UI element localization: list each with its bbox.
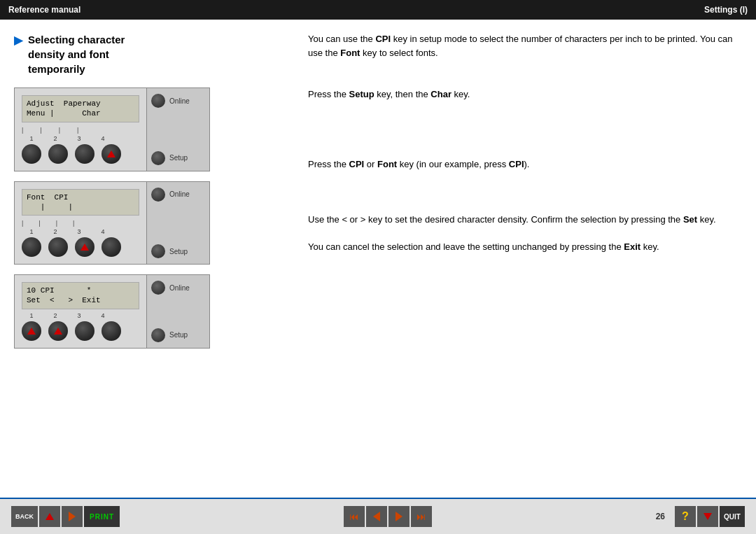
panel-1-btn4[interactable] — [102, 144, 121, 164]
footer-right: 26 ? QUIT — [656, 506, 745, 527]
panel-2-btn4[interactable] — [102, 237, 121, 257]
panel-1-line2: Menu | Char — [27, 108, 134, 118]
panel-2-screen: Font CPI | | — [22, 189, 139, 216]
right-column: You can use the CPI key in setup mode to… — [308, 32, 742, 491]
panel-2-online-label: Online — [169, 190, 190, 198]
panel-1-setup: Setup — [151, 151, 205, 165]
section-arrow-icon: ▶ — [14, 34, 22, 47]
panel-2-btn3[interactable] — [75, 237, 94, 257]
panel-3-btn2[interactable] — [48, 321, 68, 341]
panel-2-buttons — [19, 237, 142, 257]
panel-3-side: Online Setup — [147, 274, 210, 349]
panel-1-sep2: | — [40, 127, 41, 134]
panel-2-sep3: | — [56, 220, 57, 227]
panel-1-num4: 4 — [92, 135, 114, 142]
panel-2-num1: 1 — [20, 228, 43, 235]
panel-2-online-btn[interactable] — [151, 188, 165, 202]
panel-1-line1: Adjust Paperway — [27, 99, 134, 108]
panel-1-setup-label: Setup — [169, 154, 188, 162]
panel-1-btn1[interactable] — [22, 144, 41, 164]
back-button[interactable]: BACK — [11, 506, 38, 527]
footer-center: ⏮ ⏭ — [344, 506, 432, 527]
panel-3-buttons — [19, 321, 142, 341]
panel-1-num2: 2 — [44, 135, 66, 142]
panel-3-line2: Set < > Exit — [27, 295, 134, 305]
panel-1-display: Adjust Paperway Menu | Char | | | | 1 2 … — [14, 87, 147, 171]
panel-2-sep4: | — [73, 220, 74, 227]
forward-arrow[interactable] — [62, 506, 83, 527]
panel-3-display: 10 CPI * Set < > Exit 1 2 3 4 — [14, 274, 147, 349]
prev-page-icon — [373, 512, 380, 521]
footer-left: BACK PRINT — [11, 506, 120, 527]
prev-page-button[interactable] — [366, 506, 387, 527]
panel-3-btn4[interactable] — [102, 321, 121, 341]
back-up-arrow[interactable] — [39, 506, 60, 527]
section-title: ▶ Selecting character density and font t… — [14, 32, 287, 76]
panel-2-num4: 4 — [92, 228, 114, 235]
panel-1-buttons — [19, 144, 142, 164]
panel-1-sep1: | — [22, 127, 23, 134]
panel-2-setup-label: Setup — [169, 248, 188, 255]
help-button[interactable]: ? — [675, 506, 696, 527]
panel-1-online-label: Online — [169, 97, 190, 105]
last-page-icon: ⏭ — [416, 511, 426, 522]
panel-1-num3: 3 — [68, 135, 90, 142]
panel-3-screen: 10 CPI * Set < > Exit — [22, 282, 139, 309]
page-number: 26 — [656, 512, 665, 521]
panel-2-line2: | | — [27, 202, 134, 212]
header: Reference manual Settings (I) — [0, 0, 756, 20]
panel-3-num1: 1 — [20, 312, 43, 319]
panel-2-btn2[interactable] — [48, 237, 68, 257]
panel-1-online: Online — [151, 94, 205, 108]
panel-2-display: Font CPI | | | | | | 1 2 3 4 — [14, 181, 147, 265]
header-right-label: Settings (I) — [704, 5, 748, 15]
help-down-icon — [704, 513, 712, 520]
last-page-button[interactable]: ⏭ — [411, 506, 432, 527]
panel-1-sep4: | — [77, 127, 78, 134]
panel-3-num4: 4 — [92, 312, 114, 319]
print-button[interactable]: PRINT — [84, 506, 120, 527]
panel-1-num1: 1 — [20, 135, 43, 142]
panel-2-line1: Font CPI — [27, 192, 134, 202]
panel-1-btn3[interactable] — [75, 144, 94, 164]
footer: BACK PRINT ⏮ ⏭ 26 ? — [0, 498, 756, 534]
next-page-button[interactable] — [388, 506, 410, 527]
panel-3-online-label: Online — [169, 284, 190, 292]
help-down-arrow[interactable] — [697, 506, 718, 527]
panel-3-setup: Setup — [151, 328, 205, 342]
next-page-icon — [396, 512, 402, 521]
section-title-text: Selecting character density and font tem… — [28, 32, 125, 76]
panel-1-setup-btn[interactable] — [151, 151, 165, 165]
step1-paragraph: Press the Setup key, then the Char key. — [308, 87, 742, 101]
back-up-icon — [46, 513, 54, 520]
panel-3-online-btn[interactable] — [151, 281, 165, 295]
step3-paragraph: Use the < or > key to set the desired ch… — [308, 213, 742, 254]
panel-3-setup-btn[interactable] — [151, 328, 165, 342]
panel-2-setup-btn[interactable] — [151, 244, 165, 258]
panel-2-num3: 3 — [68, 228, 90, 235]
left-column: ▶ Selecting character density and font t… — [14, 32, 287, 491]
first-page-button[interactable]: ⏮ — [344, 506, 365, 527]
panel-2-sep2: | — [38, 220, 40, 227]
panel-3: 10 CPI * Set < > Exit 1 2 3 4 — [14, 274, 287, 349]
panel-2-side: Online Setup — [147, 181, 210, 265]
intro-paragraph: You can use the CPI key in setup mode to… — [308, 32, 742, 59]
panel-2-online: Online — [151, 188, 205, 202]
first-page-icon: ⏮ — [349, 511, 359, 522]
panel-1-online-btn[interactable] — [151, 94, 165, 108]
panel-1-btn2[interactable] — [48, 144, 68, 164]
panel-1-sep3: | — [59, 127, 60, 134]
panel-3-num2: 2 — [44, 312, 66, 319]
panel-2-num2: 2 — [44, 228, 66, 235]
panel-2-setup: Setup — [151, 244, 205, 258]
panel-3-btn3[interactable] — [75, 321, 94, 341]
panel-3-btn1[interactable] — [22, 321, 41, 341]
panel-2-sep1: | — [22, 220, 23, 227]
forward-arrow-icon — [69, 512, 76, 521]
main-content: ▶ Selecting character density and font t… — [0, 20, 756, 498]
panel-1-side: Online Setup — [147, 87, 210, 171]
panel-3-setup-label: Setup — [169, 331, 188, 339]
panel-2-btn1[interactable] — [22, 237, 41, 257]
panel-2: Font CPI | | | | | | 1 2 3 4 — [14, 181, 287, 265]
quit-button[interactable]: QUIT — [720, 506, 745, 527]
